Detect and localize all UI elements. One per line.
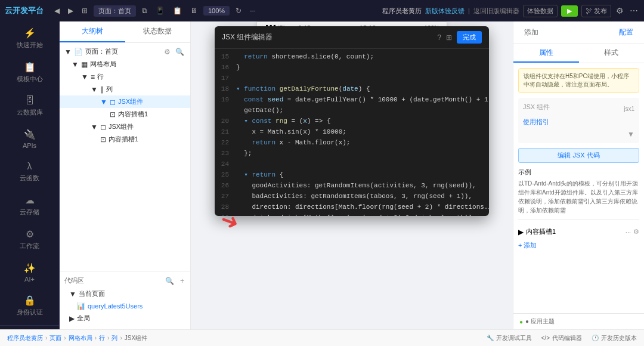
forward-btn[interactable]: ▶ — [66, 5, 76, 16]
sidebar-item-db[interactable]: 🗄 云数据库 — [0, 89, 59, 123]
zoom-level[interactable]: 100% — [203, 6, 230, 16]
ai-icon: ✨ — [24, 262, 36, 274]
code-line-25: 25 ▾ return { — [215, 169, 489, 180]
code-global[interactable]: ▶ 全局 — [64, 312, 185, 325]
jsx-id: jsx1 — [624, 106, 634, 112]
jsx-expand-btn[interactable]: ⊞ — [446, 33, 452, 42]
bc-item-jsx: JSX组件 — [125, 334, 147, 342]
right-panel-content: 该组件仅支持在H5和PC端使用，小程序中将自动隐藏，请注意页面布局。 JSX 组… — [513, 63, 644, 313]
api-icon: 🔌 — [24, 129, 36, 140]
sidebar-item-quickstart[interactable]: ⚡ 快速开始 — [0, 21, 59, 55]
tree-col-label: 列 — [106, 85, 113, 94]
tab-state[interactable]: 状态数据 — [125, 21, 191, 42]
tree-panel: 大纲树 状态数据 ▼ 📄 页面：首页 ⚙ 🔍 ▼ ▦ 网格布局 — [60, 21, 191, 329]
jsx-editor-modal: JSX 组件编辑器 ? ⊞ 完成 15 return shortened.sli… — [215, 26, 489, 216]
jsx-help-btn[interactable]: ? — [437, 33, 441, 42]
code-line-20: 20 ▾ const rng = (x) => { — [215, 116, 489, 126]
refresh-btn[interactable]: ↻ — [233, 5, 244, 16]
tree-node-grid[interactable]: ▼ ▦ 网格布局 — [60, 58, 190, 70]
theme-label[interactable]: ● 应用主题 — [525, 317, 555, 326]
play-btn[interactable]: ▶ — [561, 5, 578, 17]
auth-icon: 🔒 — [24, 295, 36, 306]
sidebar-item-functions[interactable]: λ 云函数 — [0, 155, 59, 189]
tree-node-slot2[interactable]: ⊡ 内容插槽1 — [60, 133, 190, 146]
copy-btn[interactable]: ⧉ — [140, 5, 150, 16]
code-query-item[interactable]: 📊 queryLatest5Users — [64, 300, 185, 312]
workflow-icon: ⚙ — [26, 228, 34, 240]
tree-node-row[interactable]: ▼ ≡ 行 — [60, 70, 190, 83]
code-line-18: 18 ▾ function getDailyFortune(date) { — [215, 84, 489, 94]
db-icon: 🗄 — [25, 95, 35, 106]
tree-node-root[interactable]: ▼ 📄 页面：首页 ⚙ 🔍 — [60, 45, 190, 58]
tab-outline[interactable]: 大纲树 — [60, 21, 125, 42]
preview-size-btn[interactable]: 体验数据 — [523, 5, 558, 17]
tree-search-btn[interactable]: 🔍 — [174, 48, 185, 56]
slot-label-row: ▶ 内容插槽1 — [518, 227, 556, 236]
slot-settings-btn[interactable]: ⚙ — [633, 228, 639, 236]
tab-props[interactable]: 属性 — [513, 44, 579, 63]
sidebar-item-storage[interactable]: ☁ 云存储 — [0, 189, 59, 223]
top-bar-actions: 程序员老黄历 新版体验反馈 | 返回旧版编辑器 体验数据 ▶ 🕊 发布 ⚙ ⋯ — [382, 5, 639, 17]
edit-jsx-code-btn[interactable]: 编辑 JSX 代码 — [518, 148, 639, 163]
mobile-btn[interactable]: 📱 — [153, 5, 167, 16]
right-expand-icon[interactable]: ▼ — [627, 130, 634, 138]
tablet-btn[interactable]: 📋 — [171, 5, 184, 16]
grid-icon: ▦ — [81, 60, 88, 69]
tree-node-col[interactable]: ▼ ∥ 列 — [60, 83, 190, 95]
share-btn[interactable]: 🕊 发布 — [581, 5, 611, 17]
tab-style[interactable]: 样式 — [579, 44, 645, 63]
sidebar-item-label: 模板中心 — [17, 75, 43, 84]
code-search-btn[interactable]: 🔍 — [164, 277, 175, 285]
status-code-editor[interactable]: </> 代码编辑器 — [541, 334, 582, 342]
right-panel: 添加 配置 属性 样式 该组件仅支持在H5和PC端使用，小程序中将自动隐藏，请注… — [513, 21, 644, 329]
bc-sep-1: › — [45, 335, 47, 341]
page-icon: 📄 — [74, 48, 83, 56]
tree-node-slot1[interactable]: ⊡ 内容插槽1 — [60, 108, 190, 121]
tree-node-jsx2[interactable]: ▼ ◻ JSX组件 — [60, 121, 190, 133]
bc-item-grid: 网格布局 — [69, 334, 92, 342]
slot2-icon: ⊡ — [100, 135, 106, 144]
new-feedback-link[interactable]: 新版体验反馈 — [425, 7, 465, 16]
add-component-btn[interactable]: 添加 — [521, 26, 542, 39]
sidebar-item-ai[interactable]: ✨ AI+ — [0, 257, 59, 289]
tree-node-jsx[interactable]: ▼ ◻ JSX组件 — [60, 95, 190, 108]
back-btn[interactable]: ◀ — [52, 5, 62, 16]
code-editor[interactable]: 15 return shortened.slice(0, count); 16 … — [215, 49, 489, 216]
more-options-icon[interactable]: ⋯ — [628, 5, 639, 17]
slot-more-btn[interactable]: ··· — [626, 228, 631, 236]
sidebar-item-label: 云存储 — [20, 208, 39, 217]
sidebar-item-label: 工作流 — [20, 242, 39, 251]
right-panel-header: 添加 配置 — [513, 21, 644, 44]
jsx-section-header: JSX 组件 jsx1 — [523, 103, 634, 115]
jsx-guide-link[interactable]: 使用指引 — [523, 118, 549, 125]
user-name: 程序员老黄历 — [382, 7, 422, 16]
code-line-27: 27 badActivities: getRandomItems(taboos,… — [215, 191, 489, 202]
config-btn[interactable]: 配置 — [615, 26, 637, 39]
example-title: 示例 — [518, 168, 639, 177]
code-line-26: 26 goodActivities: getRandomItems(activi… — [215, 180, 489, 191]
status-history[interactable]: 🕐 开发历史版本 — [592, 334, 637, 342]
page-expand-icon: ▼ — [69, 290, 76, 298]
theme-dot: ● — [519, 319, 523, 325]
tree-settings-btn[interactable]: ⚙ — [163, 48, 172, 56]
code-btn-section: 编辑 JSX 代码 — [518, 148, 639, 163]
code-current-page[interactable]: ▼ 当前页面 — [64, 288, 185, 300]
desktop-btn[interactable]: 🖥 — [188, 5, 200, 16]
status-dev-tool[interactable]: 🔧 开发调试工具 — [487, 334, 532, 342]
grid-view-btn[interactable]: ⊞ — [79, 5, 90, 16]
code-add-btn[interactable]: + — [179, 277, 185, 285]
old-feedback-link[interactable]: 返回旧版编辑器 — [473, 7, 519, 16]
tree-content: ▼ 📄 页面：首页 ⚙ 🔍 ▼ ▦ 网格布局 ▼ ≡ 行 — [60, 43, 190, 271]
more-btn[interactable]: ··· — [247, 5, 258, 16]
jsx-modal-title: JSX 组件编辑器 — [222, 32, 273, 42]
code-line-22: 22 return x - Math.floor(x); — [215, 137, 489, 148]
jsx-done-btn[interactable]: 完成 — [457, 31, 482, 44]
sidebar-item-templates[interactable]: 📋 模板中心 — [0, 55, 59, 89]
sidebar-item-workflow[interactable]: ⚙ 工作流 — [0, 223, 59, 257]
sidebar-item-api[interactable]: 🔌 APIs — [0, 123, 59, 155]
row-icon: ≡ — [91, 73, 95, 81]
sidebar-item-auth[interactable]: 🔒 身份认证 — [0, 289, 59, 323]
add-link[interactable]: + 添加 — [518, 242, 537, 249]
code-line-24: 24 — [215, 159, 489, 169]
settings-icon[interactable]: ⚙ — [615, 5, 625, 17]
